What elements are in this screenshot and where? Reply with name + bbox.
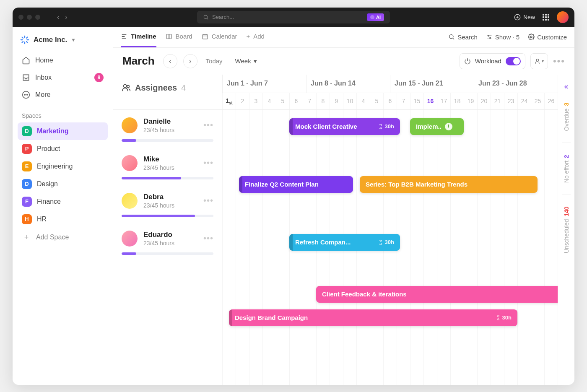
space-label: Engineering [37,163,73,170]
titlebar: ‹ › Search... AI New [13,8,574,27]
task-bar[interactable]: Refresh Compan...30h [289,234,400,251]
customize-button[interactable]: Customize [528,34,567,41]
svg-point-31 [488,35,489,36]
new-button[interactable]: New [514,14,535,21]
plus-icon: + [22,233,31,242]
assignee-more[interactable]: ••• [203,158,213,168]
rail-no-effort[interactable]: No effort2 [563,155,570,183]
avatar [122,231,138,247]
assignee-row[interactable]: Debra 23/45 hours ••• [113,185,222,223]
space-item-engineering[interactable]: EEngineering [18,158,108,175]
day-column-header[interactable]: 23 [504,93,517,109]
rail-unscheduled[interactable]: Unscheduled140 [563,207,570,253]
day-column-header[interactable]: 20 [477,93,491,109]
timeline-grid[interactable]: Jun 1 - Jun 7Jun 8 - Jun 14Jun 15 - Jun … [222,75,558,385]
space-label: Design [37,180,58,188]
tab-add-view[interactable]: + Add [247,27,265,47]
day-column-header[interactable]: 1st [222,93,236,109]
more-options[interactable]: ••• [553,56,565,67]
month-label: March [122,55,155,67]
nav-more[interactable]: More [18,86,108,103]
space-item-finance[interactable]: FFinance [18,193,108,210]
rail-overdue[interactable]: Overdue3 [563,103,570,131]
task-bar[interactable]: Client Feedback & iterations [316,286,558,303]
day-column-header[interactable]: 18 [450,93,464,109]
day-column-header[interactable]: 8 [316,93,330,109]
day-column-header[interactable]: 6 [289,93,303,109]
assignee-row[interactable]: Danielle 23/45 hours ••• [113,110,222,148]
assignee-row[interactable]: Eduardo 23/45 hours ••• [113,223,222,261]
day-column-header[interactable]: 19 [464,93,477,109]
show-button[interactable]: Show · 5 [486,34,519,41]
day-column-header[interactable]: 3 [249,93,262,109]
svg-line-1 [207,18,208,19]
task-bar[interactable]: Series: Top B2B Marketing Trends [360,176,538,193]
space-item-product[interactable]: PProduct [18,140,108,158]
hourglass-icon [378,124,383,129]
assignee-more[interactable]: ••• [203,120,213,130]
day-column-header[interactable]: 17 [437,93,450,109]
tab-calendar[interactable]: Calendar [202,27,237,47]
day-column-header[interactable]: 4 [262,93,276,109]
day-column-header[interactable]: 25 [531,93,544,109]
day-column-header[interactable]: 4 [356,93,370,109]
home-icon [22,56,30,65]
day-column-header[interactable]: 9 [330,93,343,109]
workload-bar [122,215,213,217]
person-icon [534,58,541,65]
space-item-marketing[interactable]: DMarketing [18,122,108,140]
space-item-hr[interactable]: HHR [18,210,108,228]
day-column-header[interactable]: 10 [343,93,356,109]
search-placeholder: Search... [212,14,234,20]
assignee-row[interactable]: Mike 23/45 hours ••• [113,148,222,185]
back-button[interactable]: ‹ [57,13,59,21]
day-column-header[interactable]: 5 [370,93,383,109]
day-column-header[interactable]: 21 [491,93,504,109]
inbox-badge: 9 [94,73,104,82]
range-selector[interactable]: Week▾ [235,57,257,65]
apps-icon[interactable] [543,14,549,21]
window-controls[interactable] [18,15,40,20]
prev-button[interactable]: ‹ [163,54,177,68]
space-badge: H [22,214,32,224]
forward-button[interactable]: › [65,13,67,21]
nav-inbox[interactable]: Inbox 9 [18,69,108,86]
task-bar[interactable]: Design Brand Campaign30h [229,309,517,326]
task-bar[interactable]: Finalize Q2 Content Plan [239,176,353,193]
collapse-rail-button[interactable]: « [564,82,568,91]
search-button[interactable]: Search [448,34,478,41]
person-filter[interactable]: ▾ [530,53,548,69]
toggle-switch[interactable] [506,57,521,65]
workspace-switcher[interactable]: Acme Inc. ▾ [18,33,108,52]
workload-toggle[interactable]: Workload [460,53,525,69]
assignee-hours: 23/45 hours [143,127,197,133]
assignee-more[interactable]: ••• [203,196,213,205]
day-column-header[interactable]: 7 [303,93,316,109]
day-column-header[interactable]: 5 [276,93,289,109]
space-item-design[interactable]: DDesign [18,175,108,193]
day-column-header[interactable]: 24 [517,93,531,109]
day-column-header[interactable]: 6 [383,93,397,109]
task-bar[interactable]: Mock Client Creative30h [289,118,400,135]
day-column-header[interactable]: 15 [410,93,423,109]
plus-circle-icon [514,14,521,21]
board-icon [166,33,172,40]
task-bar[interactable]: Implem..! [410,118,464,135]
today-button[interactable]: Today [206,57,223,65]
week-range: Jun 8 - Jun 14 [306,75,390,93]
tab-board[interactable]: Board [166,27,192,47]
day-column-header[interactable]: 2 [236,93,249,109]
day-column-header[interactable]: 7 [397,93,410,109]
ai-button[interactable]: AI [367,13,384,21]
nav-home[interactable]: Home [18,52,108,69]
next-button[interactable]: › [183,54,197,68]
global-search[interactable]: Search... AI [197,11,390,23]
day-column-header[interactable]: 16 [423,93,437,109]
svg-line-28 [453,38,454,39]
assignee-more[interactable]: ••• [203,234,213,243]
day-column-header[interactable]: 26 [544,93,558,109]
add-space-button[interactable]: + Add Space [18,228,108,247]
space-label: Marketing [37,127,69,135]
user-avatar[interactable] [557,11,569,23]
tab-timeline[interactable]: Timeline [121,27,156,47]
